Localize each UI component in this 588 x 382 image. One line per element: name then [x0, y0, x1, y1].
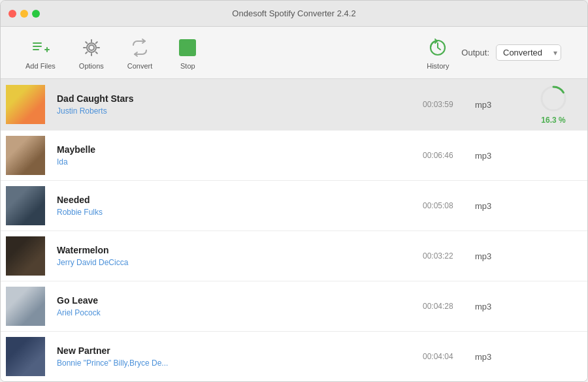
track-artist: Jerry David DeCicca [57, 258, 410, 267]
track-row[interactable]: New Partner Bonnie "Prince" Billy,Bryce … [1, 332, 587, 382]
title-bar: Ondesoft Spotify Converter 2.4.2 [1, 1, 587, 27]
track-duration: 00:05:08 [423, 201, 462, 210]
convert-button[interactable]: Convert [116, 36, 165, 70]
track-artist: Ariel Pocock [57, 308, 410, 317]
track-format: mp3 [475, 151, 514, 161]
track-meta: Watermelon Jerry David DeCicca 00:03:22 [57, 245, 462, 267]
track-meta: Needed Robbie Fulks 00:05:08 [57, 195, 462, 217]
track-artist: Bonnie "Prince" Billy,Bryce De... [57, 358, 410, 368]
track-format: mp3 [475, 302, 514, 311]
history-button[interactable]: History [414, 36, 461, 70]
track-thumbnail [6, 186, 45, 225]
track-right: mp3 [462, 302, 580, 311]
track-info: New Partner Bonnie "Prince" Billy,Bryce … [57, 345, 410, 368]
track-meta: New Partner Bonnie "Prince" Billy,Bryce … [57, 345, 462, 368]
track-thumbnail [6, 287, 45, 326]
track-title: Dad Caught Stars [57, 93, 410, 104]
output-dropdown[interactable]: Converted Desktop Documents Downloads [496, 44, 561, 61]
track-duration: 00:03:22 [423, 251, 462, 261]
svg-point-5 [89, 45, 94, 50]
track-right: mp3 [462, 151, 580, 161]
toolbar: Add Files Options Convert Stop [1, 27, 587, 79]
track-row[interactable]: Needed Robbie Fulks 00:05:08 mp3 [1, 181, 587, 231]
track-title: Go Leave [57, 295, 410, 306]
track-artist: Robbie Fulks [57, 208, 410, 217]
track-info: Dad Caught Stars Justin Roberts [57, 93, 410, 116]
maximize-button[interactable] [32, 10, 40, 18]
track-info: Go Leave Ariel Pocock [57, 295, 410, 317]
track-row[interactable]: Maybelle Ida 00:06:46 mp3 [1, 131, 587, 181]
track-thumbnail [6, 85, 45, 124]
window-controls [8, 10, 40, 18]
convert-icon [128, 36, 152, 59]
output-area: Output: Converted Desktop Documents Down… [461, 44, 561, 61]
output-label: Output: [461, 48, 489, 57]
options-label: Options [79, 62, 104, 70]
track-format: mp3 [475, 201, 514, 211]
add-files-label: Add Files [25, 62, 56, 70]
track-artist: Ida [57, 157, 410, 167]
svg-rect-2 [33, 49, 39, 50]
track-progress: 16.3 % [527, 84, 580, 125]
stop-label: Stop [180, 62, 195, 70]
svg-rect-0 [33, 42, 42, 44]
track-duration: 00:03:59 [423, 100, 462, 109]
add-files-icon [29, 36, 52, 59]
history-icon [426, 36, 449, 59]
svg-rect-1 [33, 46, 42, 47]
track-meta: Go Leave Ariel Pocock 00:04:28 [57, 295, 462, 317]
track-row[interactable]: Dad Caught Stars Justin Roberts 00:03:59… [1, 79, 587, 131]
track-info: Watermelon Jerry David DeCicca [57, 245, 410, 267]
track-title: Needed [57, 195, 410, 205]
add-files-button[interactable]: Add Files [14, 36, 67, 70]
track-title: New Partner [57, 345, 410, 356]
close-button[interactable] [8, 10, 16, 18]
track-right: mp3 [462, 352, 580, 362]
track-duration: 00:06:46 [423, 151, 462, 160]
gear-icon [80, 36, 103, 59]
track-artist: Justin Roberts [57, 106, 410, 116]
track-thumbnail [6, 337, 45, 376]
svg-rect-4 [46, 47, 48, 52]
track-duration: 00:04:28 [423, 302, 462, 311]
track-meta: Maybelle Ida 00:06:46 [57, 144, 462, 167]
convert-label: Convert [127, 62, 153, 70]
options-button[interactable]: Options [67, 36, 116, 70]
history-label: History [427, 62, 449, 70]
track-thumbnail [6, 236, 45, 276]
track-format: mp3 [475, 251, 514, 261]
minimize-button[interactable] [20, 10, 28, 18]
track-title: Maybelle [57, 144, 410, 155]
track-info: Maybelle Ida [57, 144, 410, 167]
track-right: mp3 [462, 201, 580, 211]
stop-icon [176, 36, 199, 59]
track-right: mp3 [462, 251, 580, 261]
track-percent: 16.3 % [541, 116, 565, 125]
track-info: Needed Robbie Fulks [57, 195, 410, 217]
track-meta: Dad Caught Stars Justin Roberts 00:03:59 [57, 93, 462, 116]
track-duration: 00:04:04 [423, 352, 462, 361]
track-format: mp3 [475, 352, 514, 362]
track-row[interactable]: Go Leave Ariel Pocock 00:04:28 mp3 [1, 281, 587, 332]
track-format: mp3 [475, 100, 514, 110]
output-dropdown-wrap[interactable]: Converted Desktop Documents Downloads [496, 44, 561, 61]
track-thumbnail [6, 136, 45, 175]
window-title: Ondesoft Spotify Converter 2.4.2 [232, 8, 355, 18]
track-right: mp3 16.3 % [462, 84, 580, 125]
track-list: Dad Caught Stars Justin Roberts 00:03:59… [1, 79, 587, 382]
track-row[interactable]: Watermelon Jerry David DeCicca 00:03:22 … [1, 231, 587, 281]
stop-button[interactable]: Stop [164, 36, 211, 70]
track-title: Watermelon [57, 245, 410, 255]
